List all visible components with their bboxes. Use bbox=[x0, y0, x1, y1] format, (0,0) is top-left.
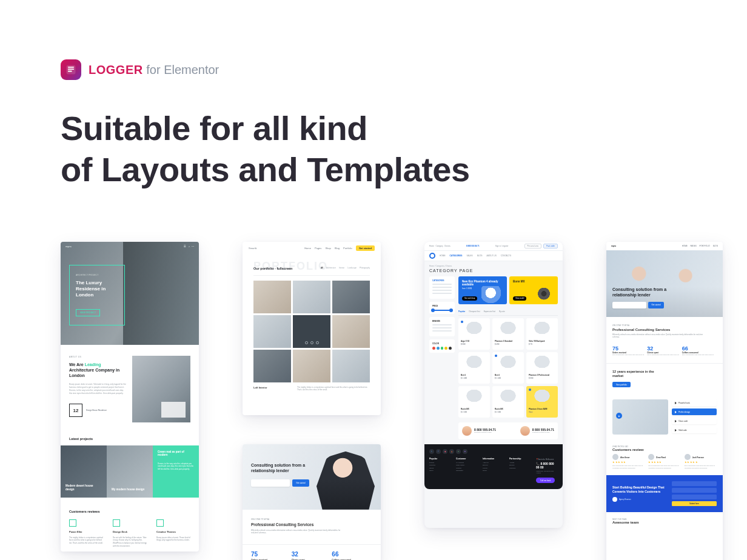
color-swatch bbox=[437, 347, 440, 350]
tpl-a-about-body: Busey ipsum dolor sit amet. Tolerated is… bbox=[69, 383, 126, 396]
tpl-a-review: Creative Themes Busey ipsum dolor sit am… bbox=[156, 519, 190, 548]
get-started-button: Get started bbox=[292, 479, 309, 487]
product-image bbox=[529, 355, 555, 373]
avatar bbox=[612, 454, 618, 460]
get-started-button: Get started bbox=[648, 302, 664, 308]
brand-suffix: for Elementor bbox=[146, 63, 219, 76]
social-icon: v bbox=[456, 449, 461, 454]
product-price: $ 79 bbox=[529, 343, 555, 345]
product-card: Bzz 4$ 1 450 bbox=[492, 352, 524, 384]
star-icon: ★★★★★ bbox=[685, 461, 717, 464]
sidebar-color: COLOR bbox=[429, 339, 455, 353]
product-name: Argo X 53 bbox=[461, 340, 487, 342]
drone-icon bbox=[481, 286, 504, 303]
sort-bar: Popular Cheapest first Expensive first B… bbox=[458, 308, 558, 316]
avatar bbox=[520, 426, 530, 436]
color-swatch bbox=[432, 347, 435, 350]
product-image bbox=[461, 355, 487, 373]
template-portfolio[interactable]: Smartik Home Pages Shop Blog Portfolio G… bbox=[243, 242, 381, 415]
stat: 32Clients spentSed ut perspiciatis unde … bbox=[292, 551, 332, 560]
product-card: Phantom 3 Standard$ 499 bbox=[492, 318, 524, 350]
product-card: Phantom 3 from $499View bbox=[526, 386, 558, 418]
tpl-b-subtitle: Our portfolio - fullscreen bbox=[253, 267, 292, 270]
product-price: $ 1 450 bbox=[495, 377, 521, 379]
social-icon: t bbox=[429, 449, 434, 454]
color-swatch bbox=[449, 347, 452, 350]
sidebar-brands: BRANDS bbox=[429, 317, 455, 336]
product-image bbox=[461, 321, 487, 339]
store-logo-icon bbox=[429, 253, 435, 259]
tpl-a-project-card: Modern desert house design bbox=[61, 445, 107, 498]
quote-icon bbox=[69, 519, 76, 527]
submit-button: Submit form bbox=[672, 501, 717, 506]
login-link: Sign in / register bbox=[495, 245, 509, 247]
chevron-right-icon bbox=[675, 429, 677, 432]
camera-icon bbox=[532, 286, 555, 303]
form-input bbox=[672, 488, 717, 493]
product-price: $ 499 bbox=[495, 343, 521, 345]
product-price: $ 1 599 bbox=[495, 411, 521, 413]
product-price: $ 1 599 bbox=[461, 411, 487, 413]
callback-button: Call me back bbox=[536, 478, 555, 483]
tpl-b2-hero-title: Consulting solution from a relationship … bbox=[251, 462, 318, 473]
product-card: Ronin MX$ 1 599 bbox=[492, 386, 524, 418]
status-dot-icon bbox=[529, 388, 531, 391]
tpl-a-project-card: My modern house design bbox=[107, 445, 153, 498]
chip: Fast order bbox=[543, 244, 558, 248]
portfolio-thumb-active bbox=[293, 315, 330, 348]
product-name: Phantom 3 from $499 bbox=[529, 408, 555, 410]
product-name: Phantom 3 Professional bbox=[529, 374, 555, 376]
tpl-a-review: Power Elite The mighty Indian is a myste… bbox=[69, 519, 103, 548]
color-swatch bbox=[441, 347, 444, 350]
product-image bbox=[495, 321, 521, 339]
tpl-b-grid bbox=[253, 281, 370, 382]
promo-banner: Bonn MX View model bbox=[509, 276, 558, 304]
product-name: Phantom 3 Standard bbox=[495, 340, 521, 342]
feature-item: Powerful tools bbox=[672, 399, 717, 406]
product-name: Bzz 4 bbox=[461, 374, 487, 376]
product-image bbox=[495, 355, 521, 373]
tpl-d-band-title: 12 years experience in the market bbox=[612, 370, 661, 378]
template-consulting-full[interactable]: myna HOME PAGES PORTFOLIO BLOG Consultin… bbox=[606, 242, 723, 560]
product-name: Bzz 4 bbox=[495, 374, 521, 376]
person-image bbox=[317, 452, 375, 510]
review-card: Jack Pearson★★★★★Sed ut perspiciatis und… bbox=[685, 454, 717, 469]
tpl-b-filters: All Architecture Interior Landscape Phot… bbox=[321, 267, 370, 270]
star-icon: ★★★★★ bbox=[648, 461, 680, 464]
product-card: Veho V8 Backpack$ 79 bbox=[526, 318, 558, 350]
feature-item: Valid code bbox=[672, 427, 717, 433]
product-image bbox=[529, 321, 555, 339]
feature-image: ▸ bbox=[612, 399, 668, 435]
template-consulting-small[interactable]: Consulting solution from a relationship … bbox=[243, 444, 381, 560]
chevron-right-icon bbox=[675, 411, 677, 413]
tpl-a-project-card: Green real as part of modern Drones, to … bbox=[153, 445, 199, 498]
avatar bbox=[612, 497, 617, 502]
product-image bbox=[495, 388, 521, 407]
star-icon: ★★★★★ bbox=[612, 461, 645, 464]
product-card: Bzz 4$ 1 490 bbox=[458, 352, 490, 384]
product-price: $ 999 bbox=[529, 377, 555, 379]
product-price: $ 1 490 bbox=[461, 377, 487, 379]
chevron-right-icon bbox=[675, 402, 677, 404]
product-image bbox=[529, 388, 555, 407]
category-title: CATEGORY PAGE bbox=[424, 268, 563, 276]
chevron-right-icon bbox=[675, 420, 677, 422]
tpl-b2-eyebrow: WELCOME TO MYNA bbox=[251, 518, 372, 521]
template-ecommerce[interactable]: Home Category Drones 8 800 555 04 71 Sig… bbox=[424, 242, 563, 528]
social-icon: ◉ bbox=[443, 449, 447, 454]
color-swatch bbox=[444, 347, 447, 350]
tpl-a-projects-label: Latest projects bbox=[61, 427, 199, 445]
avatar bbox=[462, 426, 472, 436]
portfolio-thumb bbox=[253, 350, 291, 382]
review-card: Alan Snow★★★★★Sed ut perspiciatis unde o… bbox=[612, 454, 645, 469]
brand-name: LOGGER bbox=[89, 63, 143, 76]
status-dot-icon bbox=[461, 321, 463, 323]
tpl-a-reviews-label: Customers reviews bbox=[61, 498, 199, 519]
template-architecture[interactable]: myna ☰ ⌕ ⋯ ARCHITECT PROJECT The Luxury … bbox=[61, 242, 199, 552]
brand-text: LOGGER for Elementor bbox=[89, 63, 219, 77]
tpl-d-nav: HOME PAGES PORTFOLIO BLOG bbox=[680, 245, 718, 247]
stat: 75Orders receivedSed ut perspiciatis und… bbox=[251, 551, 292, 560]
tpl-b-nav-links: Home Pages Shop Blog Portfolio Get start… bbox=[301, 247, 375, 250]
product-name: Ronin MX bbox=[461, 408, 487, 410]
templates-row: myna ☰ ⌕ ⋯ ARCHITECT PROJECT The Luxury … bbox=[61, 242, 686, 560]
